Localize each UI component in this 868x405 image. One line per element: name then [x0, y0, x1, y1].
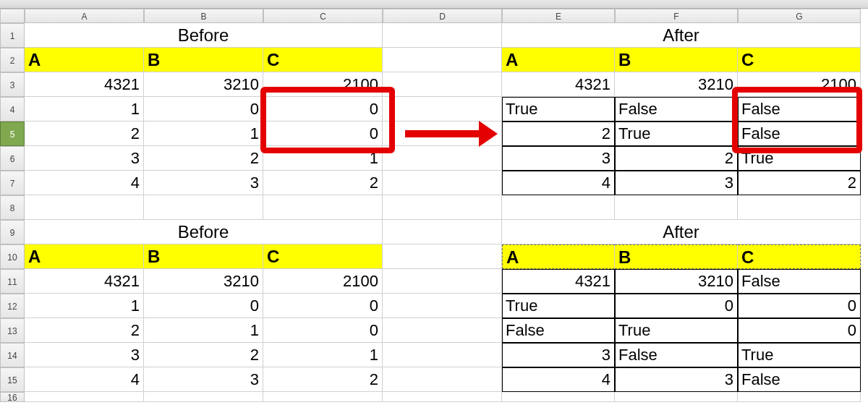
- row-header-10[interactable]: 10: [0, 244, 25, 269]
- cell-B16[interactable]: [144, 392, 263, 402]
- cell-G16[interactable]: [738, 392, 861, 402]
- before1-A7[interactable]: 4: [25, 171, 144, 195]
- after1-hdr-A[interactable]: A: [502, 48, 615, 72]
- cell-D7[interactable]: [383, 171, 502, 195]
- before1-C7[interactable]: 2: [263, 171, 383, 195]
- before2-hdr-A[interactable]: A: [25, 244, 144, 269]
- before2-A11[interactable]: 4321: [25, 269, 144, 294]
- after1-B5[interactable]: True: [615, 122, 738, 146]
- cell-C16[interactable]: [263, 392, 383, 402]
- after1-A6[interactable]: 3: [502, 146, 615, 171]
- cell-D1[interactable]: [383, 23, 502, 48]
- before2-A15[interactable]: 4: [25, 367, 144, 392]
- cell-D14[interactable]: [383, 343, 502, 367]
- cell-F16[interactable]: [615, 392, 738, 402]
- row-header-12[interactable]: 12: [0, 294, 25, 318]
- row-header-5[interactable]: 5: [0, 122, 25, 146]
- before2-C13[interactable]: 0: [263, 318, 383, 343]
- col-header-C[interactable]: C: [263, 9, 383, 23]
- after1-B6[interactable]: 2: [615, 146, 738, 171]
- before1-hdr-C[interactable]: C: [263, 48, 383, 72]
- before1-B6[interactable]: 2: [144, 146, 263, 171]
- after1-C5[interactable]: False: [738, 122, 861, 146]
- before2-A12[interactable]: 1: [25, 294, 144, 318]
- select-all-corner[interactable]: [0, 9, 25, 23]
- row-header-4[interactable]: 4: [0, 97, 25, 122]
- after1-B7[interactable]: 3: [615, 171, 738, 195]
- before1-A6[interactable]: 3: [25, 146, 144, 171]
- before1-B3[interactable]: 3210: [144, 72, 263, 97]
- after2-B12[interactable]: 0: [615, 294, 738, 318]
- before2-C15[interactable]: 2: [263, 367, 383, 392]
- col-header-B[interactable]: B: [144, 9, 263, 23]
- after1-B4[interactable]: False: [615, 97, 738, 122]
- cell-G8[interactable]: [738, 195, 861, 220]
- after2-A15[interactable]: 4: [502, 367, 615, 392]
- cell-D3[interactable]: [383, 72, 502, 97]
- row-header-9[interactable]: 9: [0, 220, 25, 244]
- after1-C6[interactable]: True: [738, 146, 861, 171]
- col-header-G[interactable]: G: [738, 9, 861, 23]
- before1-B7[interactable]: 3: [144, 171, 263, 195]
- before2-hdr-B[interactable]: B: [144, 244, 263, 269]
- after1-C7[interactable]: 2: [738, 171, 861, 195]
- row-header-16[interactable]: 16: [0, 392, 25, 402]
- before2-hdr-C[interactable]: C: [263, 244, 383, 269]
- after1-hdr-B[interactable]: B: [615, 48, 738, 72]
- cell-D6[interactable]: [383, 146, 502, 171]
- after2-C12[interactable]: 0: [738, 294, 861, 318]
- title-after-1[interactable]: After: [502, 23, 861, 48]
- after2-C14[interactable]: True: [738, 343, 861, 367]
- after2-C15[interactable]: False: [738, 367, 861, 392]
- row-header-14[interactable]: 14: [0, 343, 25, 367]
- title-before-1[interactable]: Before: [25, 23, 383, 48]
- spreadsheet-grid[interactable]: A B C D E F G 1 Before After 2 A B C A B…: [0, 9, 861, 402]
- after1-A4[interactable]: True: [502, 97, 615, 122]
- col-header-A[interactable]: A: [25, 9, 144, 23]
- after2-hdr-A[interactable]: A: [502, 244, 615, 269]
- cell-E16[interactable]: [502, 392, 615, 402]
- after1-A3[interactable]: 4321: [502, 72, 615, 97]
- row-header-7[interactable]: 7: [0, 171, 25, 195]
- after1-B3[interactable]: 3210: [615, 72, 738, 97]
- cell-D8[interactable]: [383, 195, 502, 220]
- row-header-3[interactable]: 3: [0, 72, 25, 97]
- cell-D2[interactable]: [383, 48, 502, 72]
- after1-C4[interactable]: False: [738, 97, 861, 122]
- before2-C12[interactable]: 0: [263, 294, 383, 318]
- after2-hdr-B[interactable]: B: [615, 244, 738, 269]
- cell-E8[interactable]: [502, 195, 615, 220]
- after2-A11[interactable]: 4321: [502, 269, 615, 294]
- cell-B8[interactable]: [144, 195, 263, 220]
- after2-hdr-C[interactable]: C: [738, 244, 861, 269]
- cell-D10[interactable]: [383, 244, 502, 269]
- after2-B15[interactable]: 3: [615, 367, 738, 392]
- after2-B11[interactable]: 3210: [615, 269, 738, 294]
- before2-A13[interactable]: 2: [25, 318, 144, 343]
- before1-A3[interactable]: 4321: [25, 72, 144, 97]
- row-header-11[interactable]: 11: [0, 269, 25, 294]
- cell-D5[interactable]: [383, 122, 502, 146]
- before2-A14[interactable]: 3: [25, 343, 144, 367]
- row-header-2[interactable]: 2: [0, 48, 25, 72]
- before1-C3[interactable]: 2100: [263, 72, 383, 97]
- col-header-F[interactable]: F: [615, 9, 738, 23]
- before1-C5[interactable]: 0: [263, 122, 383, 146]
- title-after-2[interactable]: After: [502, 220, 861, 244]
- col-header-D[interactable]: D: [383, 9, 502, 23]
- after1-C3[interactable]: 2100: [738, 72, 861, 97]
- cell-D12[interactable]: [383, 294, 502, 318]
- cell-A8[interactable]: [25, 195, 144, 220]
- after1-A7[interactable]: 4: [502, 171, 615, 195]
- after1-A5[interactable]: 2: [502, 122, 615, 146]
- cell-F8[interactable]: [615, 195, 738, 220]
- after1-hdr-C[interactable]: C: [738, 48, 861, 72]
- before2-B15[interactable]: 3: [144, 367, 263, 392]
- before1-B4[interactable]: 0: [144, 97, 263, 122]
- row-header-6[interactable]: 6: [0, 146, 25, 171]
- before2-C11[interactable]: 2100: [263, 269, 383, 294]
- before1-B5[interactable]: 1: [144, 122, 263, 146]
- after2-A12[interactable]: True: [502, 294, 615, 318]
- after2-A14[interactable]: 3: [502, 343, 615, 367]
- before1-A4[interactable]: 1: [25, 97, 144, 122]
